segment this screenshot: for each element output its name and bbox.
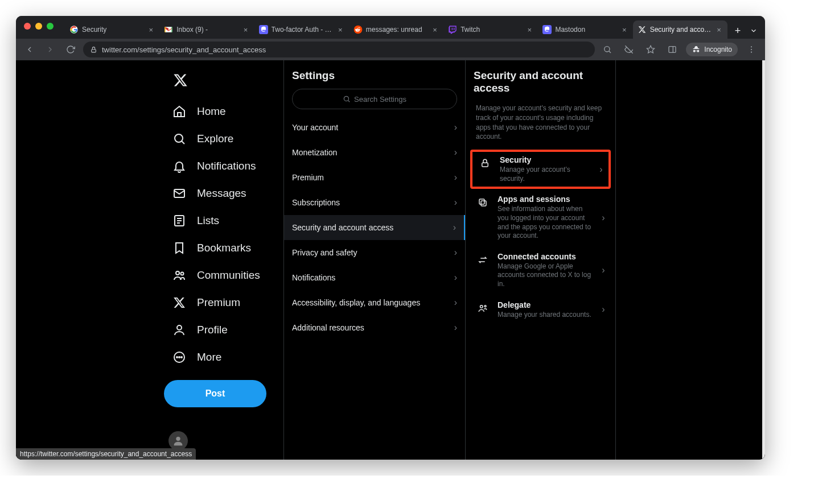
tab-title: Twitch (461, 26, 522, 34)
chevron-right-icon: › (602, 213, 605, 223)
settings-item[interactable]: Your account› (284, 115, 465, 140)
chevron-right-icon: › (454, 122, 457, 133)
settings-item[interactable]: Premium› (284, 165, 465, 190)
nav-item-premium[interactable]: Premium (164, 289, 283, 316)
tab-close-icon[interactable]: × (620, 26, 628, 34)
tab-close-icon[interactable]: × (147, 26, 155, 34)
settings-item-label: Notifications (292, 273, 335, 282)
tab-close-icon[interactable]: × (336, 26, 344, 34)
nav-item-messages[interactable]: Messages (164, 180, 283, 207)
incognito-label: Incognito (704, 46, 732, 53)
tab-title: Security and account acc (650, 26, 712, 34)
nav-item-explore[interactable]: Explore (164, 125, 283, 152)
browser-tab[interactable]: Two-factor Auth - Masto…× (254, 20, 349, 39)
settings-item[interactable]: Notifications› (284, 265, 465, 290)
tab-close-icon[interactable]: × (715, 26, 723, 34)
nav-label: Premium (197, 296, 240, 309)
window-traffic-lights[interactable] (16, 16, 61, 30)
svg-point-22 (177, 325, 182, 330)
settings-item-label: Accessibility, display, and languages (292, 298, 420, 307)
panel-icon[interactable] (664, 42, 680, 57)
settings-item[interactable]: Subscriptions› (284, 190, 465, 215)
settings-item[interactable]: Accessibility, display, and languages› (284, 290, 465, 315)
back-button[interactable] (22, 42, 38, 57)
nav-item-lists[interactable]: Lists (164, 207, 283, 234)
browser-tab[interactable]: Mastodon× (538, 20, 632, 39)
tab-title: Security (82, 26, 143, 34)
search-settings-input[interactable]: Search Settings (292, 89, 457, 109)
tab-title: Inbox (9) - (176, 26, 238, 34)
chevron-right-icon: › (602, 304, 605, 315)
svg-marker-8 (647, 46, 655, 53)
x-logo[interactable] (166, 66, 195, 94)
svg-point-25 (179, 357, 180, 358)
svg-rect-29 (482, 163, 488, 167)
settings-column: Settings Search Settings Your account›Mo… (283, 60, 466, 460)
svg-rect-31 (481, 201, 486, 206)
browser-tab[interactable]: Security and account acc× (633, 20, 727, 39)
settings-item[interactable]: Security and account access› (284, 215, 465, 240)
tab-title: messages: unread (366, 26, 427, 34)
kebab-icon[interactable] (743, 42, 759, 57)
eye-off-icon[interactable] (621, 42, 637, 57)
nav-label: Bookmarks (197, 242, 251, 254)
tab-favicon (69, 25, 79, 34)
browser-tab[interactable]: Security× (65, 20, 159, 39)
svg-point-26 (181, 357, 182, 358)
tab-close-icon[interactable]: × (242, 26, 250, 34)
svg-point-32 (480, 305, 483, 308)
account-avatar[interactable] (168, 431, 188, 451)
settings-item[interactable]: Monetization› (284, 140, 465, 165)
chevron-right-icon: › (454, 197, 457, 208)
reload-button[interactable] (63, 42, 79, 57)
tab-favicon (638, 25, 647, 34)
detail-item-delegate[interactable]: DelegateManage your shared accounts.› (466, 295, 615, 325)
nav-label: More (197, 351, 221, 363)
bookmark-icon (172, 241, 187, 255)
tab-favicon (448, 25, 457, 34)
tab-close-icon[interactable]: × (431, 26, 439, 34)
nav-item-more[interactable]: More (164, 344, 283, 371)
nav-item-home[interactable]: Home (164, 98, 283, 125)
address-bar[interactable]: twitter.com/settings/security_and_accoun… (83, 42, 595, 57)
nav-label: Messages (197, 187, 246, 200)
browser-tab[interactable]: Twitch× (443, 20, 538, 39)
svg-point-24 (176, 357, 178, 358)
svg-point-12 (751, 49, 752, 50)
nav-item-notifications[interactable]: Notifications (164, 152, 283, 180)
settings-item[interactable]: Privacy and safety› (284, 240, 465, 265)
detail-item-title: Apps and sessions (498, 195, 594, 204)
detail-subtitle: Manage your account's security and keep … (466, 101, 615, 150)
list-icon (172, 213, 187, 228)
tab-title: Two-factor Auth - Masto… (272, 26, 333, 34)
tab-close-icon[interactable]: × (525, 26, 533, 34)
nav-label: Lists (197, 214, 219, 227)
tab-favicon (542, 25, 552, 34)
browser-tab[interactable]: Inbox (9) - × (159, 20, 254, 39)
incognito-badge[interactable]: Incognito (686, 43, 738, 56)
nav-label: Profile (197, 324, 228, 336)
post-button[interactable]: Post (164, 380, 266, 407)
zoom-icon[interactable] (599, 42, 615, 57)
new-tab-button[interactable]: + (730, 23, 746, 39)
scrollbar[interactable] (762, 60, 765, 460)
star-icon[interactable] (643, 42, 659, 57)
browser-tab[interactable]: messages: unread× (349, 20, 443, 39)
forward-button[interactable] (42, 42, 58, 57)
x-icon (172, 295, 187, 310)
settings-item[interactable]: Additional resources› (284, 315, 465, 340)
detail-title: Security and account access (466, 66, 615, 101)
detail-item-apps-and-sessions[interactable]: Apps and sessionsSee information about w… (466, 189, 615, 246)
nav-item-communities[interactable]: Communities (164, 262, 283, 289)
profile-icon (172, 323, 187, 337)
detail-item-security[interactable]: SecurityManage your account's security.› (470, 150, 611, 189)
delegate-icon (476, 301, 490, 315)
status-bar: https://twitter.com/settings/security_an… (16, 448, 196, 460)
settings-item-label: Additional resources (292, 323, 364, 332)
tab-favicon (353, 25, 363, 34)
nav-item-profile[interactable]: Profile (164, 316, 283, 344)
tab-menu-button[interactable] (746, 23, 762, 39)
svg-point-6 (605, 47, 610, 52)
detail-item-connected-accounts[interactable]: Connected accountsManage Google or Apple… (466, 246, 615, 295)
nav-item-bookmarks[interactable]: Bookmarks (164, 234, 283, 262)
